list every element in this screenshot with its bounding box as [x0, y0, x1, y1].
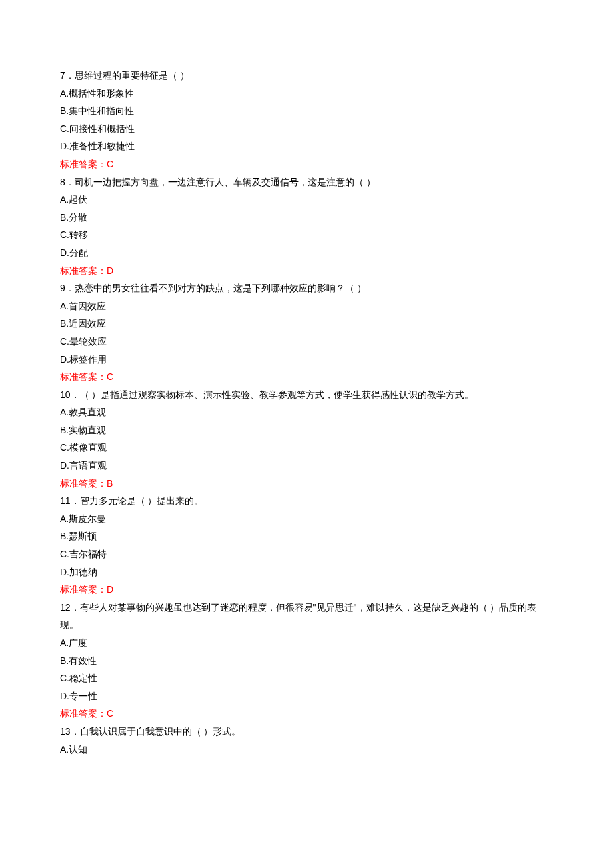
option-d: D.加德纳	[60, 563, 553, 581]
answer-label: 标准答案：C	[60, 705, 553, 723]
question-7: 7．思维过程的重要特征是（ ） A.概括性和形象性 B.集中性和指向性 C.间接…	[60, 67, 553, 173]
option-d: D.分配	[60, 244, 553, 262]
option-b: B.集中性和指向性	[60, 102, 553, 120]
question-11: 11．智力多元论是（ ）提出来的。 A.斯皮尔曼 B.瑟斯顿 C.吉尔福特 D.…	[60, 492, 553, 599]
answer-label: 标准答案：D	[60, 581, 553, 599]
answer-label: 标准答案：B	[60, 475, 553, 493]
question-8: 8．司机一边把握方向盘，一边注意行人、车辆及交通信号，这是注意的（ ） A.起伏…	[60, 173, 553, 280]
option-b: B.有效性	[60, 652, 553, 670]
option-a: A.教具直观	[60, 403, 553, 421]
question-stem: 8．司机一边把握方向盘，一边注意行人、车辆及交通信号，这是注意的（ ）	[60, 173, 553, 191]
option-b: B.实物直观	[60, 421, 553, 439]
question-stem: 7．思维过程的重要特征是（ ）	[60, 67, 553, 85]
option-d: D.标签作用	[60, 351, 553, 369]
option-b: B.分散	[60, 209, 553, 227]
option-d: D.言语直观	[60, 457, 553, 475]
option-c: C.间接性和概括性	[60, 120, 553, 138]
option-a: A.斯皮尔曼	[60, 510, 553, 528]
answer-label: 标准答案：C	[60, 155, 553, 173]
question-9: 9．热恋中的男女往往看不到对方的缺点，这是下列哪种效应的影响？（ ） A.首因效…	[60, 279, 553, 386]
option-a: A.认知	[60, 741, 553, 759]
option-a: A.首因效应	[60, 297, 553, 315]
option-c: C.吉尔福特	[60, 545, 553, 563]
option-c: C.转移	[60, 226, 553, 244]
answer-label: 标准答案：C	[60, 368, 553, 386]
option-b: B.瑟斯顿	[60, 527, 553, 545]
question-10: 10．（ ）是指通过观察实物标本、演示性实验、教学参观等方式，使学生获得感性认识…	[60, 386, 553, 493]
option-d: D.准备性和敏捷性	[60, 137, 553, 155]
question-stem: 12．有些人对某事物的兴趣虽也达到了迷恋的程度，但很容易"见异思迁"，难以持久，…	[60, 599, 553, 634]
option-d: D.专一性	[60, 687, 553, 705]
question-stem: 10．（ ）是指通过观察实物标本、演示性实验、教学参观等方式，使学生获得感性认识…	[60, 386, 553, 404]
question-stem: 11．智力多元论是（ ）提出来的。	[60, 492, 553, 510]
answer-label: 标准答案：D	[60, 262, 553, 280]
question-stem: 13．自我认识属于自我意识中的（ ）形式。	[60, 723, 553, 741]
option-c: C.稳定性	[60, 669, 553, 687]
question-13: 13．自我认识属于自我意识中的（ ）形式。 A.认知	[60, 723, 553, 758]
option-a: A.概括性和形象性	[60, 85, 553, 103]
option-b: B.近因效应	[60, 315, 553, 333]
option-a: A.广度	[60, 634, 553, 652]
question-stem: 9．热恋中的男女往往看不到对方的缺点，这是下列哪种效应的影响？（ ）	[60, 279, 553, 297]
question-12: 12．有些人对某事物的兴趣虽也达到了迷恋的程度，但很容易"见异思迁"，难以持久，…	[60, 599, 553, 723]
option-c: C.模像直观	[60, 439, 553, 457]
option-c: C.晕轮效应	[60, 333, 553, 351]
option-a: A.起伏	[60, 191, 553, 209]
